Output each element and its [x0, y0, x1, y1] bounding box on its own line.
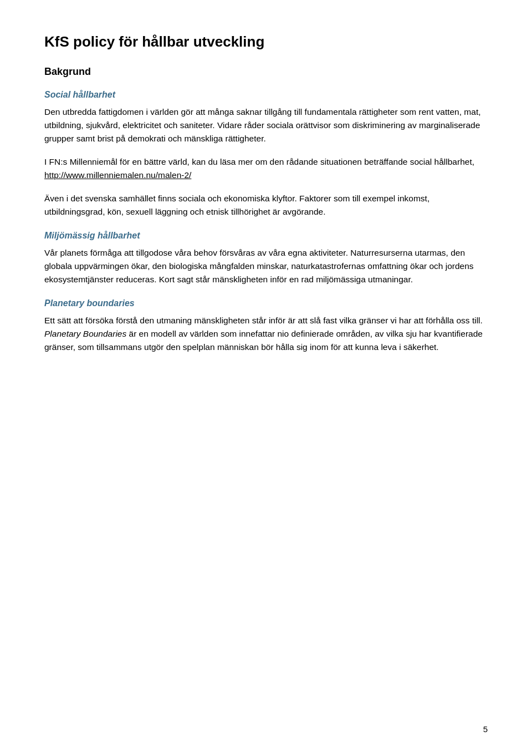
social-hallbarhet-paragraph-1: Den utbredda fattigdomen i världen gör a…: [44, 105, 488, 145]
page-number: 5: [483, 724, 488, 734]
miljomassig-hallbarhet-section: Miljömässig hållbarhet Vår planets förmå…: [44, 231, 488, 286]
social-hallbarhet-section: Social hållbarhet Den utbredda fattigdom…: [44, 90, 488, 219]
social-hallbarhet-subheading: Social hållbarhet: [44, 90, 488, 100]
social-hallbarhet-paragraph-3: Även i det svenska samhället finns socia…: [44, 192, 488, 219]
background-section: Bakgrund: [44, 66, 488, 78]
background-heading: Bakgrund: [44, 66, 488, 78]
page-title: KfS policy för hållbar utveckling: [44, 33, 488, 50]
fn-millenniemal-text: I FN:s Millenniemål för en bättre värld,…: [44, 157, 474, 166]
planetary-boundaries-section: Planetary boundaries Ett sätt att försök…: [44, 298, 488, 354]
planetary-boundaries-paragraph: Ett sätt att försöka förstå den utmaning…: [44, 314, 488, 354]
miljomassig-hallbarhet-paragraph: Vår planets förmåga att tillgodose våra …: [44, 246, 488, 286]
planetary-boundaries-subheading: Planetary boundaries: [44, 298, 488, 308]
millenniemalen-link[interactable]: http://www.millenniemalen.nu/malen-2/: [44, 170, 191, 180]
miljomassig-hallbarhet-subheading: Miljömässig hållbarhet: [44, 231, 488, 241]
planetary-boundaries-italic: Planetary Boundaries: [44, 329, 126, 338]
social-hallbarhet-paragraph-2: I FN:s Millenniemål för en bättre värld,…: [44, 155, 488, 182]
planetary-boundaries-text-1: Ett sätt att försöka förstå den utmaning…: [44, 316, 483, 325]
